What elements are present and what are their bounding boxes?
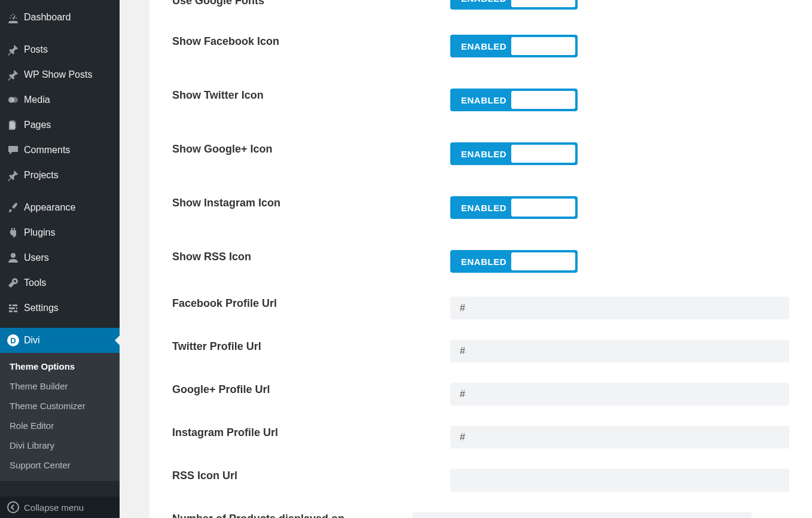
toggle-state-label: ENABLED — [450, 41, 506, 51]
sidebar-item-label: Users — [24, 252, 120, 263]
toggle-show-facebook-icon[interactable]: ENABLED — [450, 35, 578, 57]
toggle-use-google-fonts[interactable]: ENABLED — [450, 0, 578, 10]
sidebar-item-projects[interactable]: Projects — [0, 163, 120, 188]
option-label: Show Instagram Icon — [149, 196, 450, 210]
toggle-state-label: ENABLED — [450, 149, 506, 159]
sidebar-item-media[interactable]: Media — [0, 87, 120, 112]
sidebar-item-wpshowposts[interactable]: WP Show Posts — [0, 62, 120, 87]
submenu-item-theme-options[interactable]: Theme Options — [0, 356, 120, 376]
submenu-item-theme-builder[interactable]: Theme Builder — [0, 376, 120, 396]
option-row-show-facebook-icon: Show Facebook Icon ENABLED — [149, 35, 812, 57]
collapse-icon — [7, 501, 24, 513]
sidebar-item-pages[interactable]: Pages — [0, 112, 120, 138]
theme-options-panel: Use Google Fonts ENABLED Show Facebook I… — [149, 0, 812, 518]
brush-icon — [7, 202, 24, 214]
input-instagram-url[interactable] — [450, 426, 789, 449]
option-row-googleplus-url: Google+ Profile Url — [149, 383, 812, 406]
sidebar-item-posts[interactable]: Posts — [0, 37, 120, 62]
submenu-item-theme-customizer[interactable]: Theme Customizer — [0, 396, 120, 416]
toggle-show-instagram-icon[interactable]: ENABLED — [450, 196, 578, 219]
sidebar-item-label: Media — [24, 95, 120, 105]
option-row-instagram-url: Instagram Profile Url — [149, 426, 812, 449]
option-label: Facebook Profile Url — [149, 297, 450, 310]
option-label: Show Twitter Icon — [149, 89, 450, 102]
input-rss-url[interactable] — [450, 469, 789, 492]
sidebar-submenu-divi: Theme Options Theme Builder Theme Custom… — [0, 353, 120, 481]
option-row-show-twitter-icon: Show Twitter Icon ENABLED — [149, 89, 812, 111]
sidebar-item-divi[interactable]: D Divi — [0, 328, 120, 353]
submenu-item-role-editor[interactable]: Role Editor — [0, 416, 120, 435]
submenu-item-support-center[interactable]: Support Center — [0, 455, 120, 475]
sidebar-item-appearance[interactable]: Appearance — [0, 195, 120, 220]
toggle-state-label: ENABLED — [450, 95, 506, 105]
sidebar-item-label: Dashboard — [24, 12, 120, 23]
toggle-knob — [511, 199, 575, 217]
option-row-rss-url: RSS Icon Url — [149, 469, 812, 492]
input-twitter-url[interactable] — [450, 340, 789, 362]
option-row-show-instagram-icon: Show Instagram Icon ENABLED — [149, 196, 812, 219]
pin-icon — [7, 44, 24, 56]
dashboard-icon — [7, 11, 24, 23]
sliders-icon — [7, 302, 24, 314]
toggle-state-label: ENABLED — [450, 257, 506, 267]
collapse-menu-button[interactable]: Collapse menu — [0, 496, 120, 518]
sidebar-item-dashboard[interactable]: Dashboard — [0, 5, 120, 30]
option-label: Use Google Fonts — [149, 0, 450, 8]
option-row-use-google-fonts: Use Google Fonts ENABLED — [149, 0, 812, 11]
toggle-show-rss-icon[interactable]: ENABLED — [450, 250, 578, 273]
option-label: Show RSS Icon — [149, 250, 450, 264]
sidebar-item-comments[interactable]: Comments — [0, 138, 120, 163]
toggle-knob — [511, 0, 575, 7]
option-label: Show Facebook Icon — [149, 35, 450, 48]
sidebar-item-label: Projects — [24, 170, 120, 181]
option-label: Show Google+ Icon — [149, 142, 450, 156]
svg-point-1 — [12, 97, 18, 103]
input-facebook-url[interactable] — [450, 297, 789, 319]
toggle-state-label: ENABLED — [450, 203, 506, 213]
sidebar-item-tools[interactable]: Tools — [0, 270, 120, 295]
option-row-show-rss-icon: Show RSS Icon ENABLED — [149, 250, 812, 273]
sidebar-item-label: Settings — [24, 303, 120, 313]
toggle-state-label: ENABLED — [450, 0, 506, 4]
toggle-show-googleplus-icon[interactable]: ENABLED — [450, 142, 578, 165]
toggle-knob — [511, 91, 575, 109]
sidebar-menu-top: Dashboard — [0, 0, 120, 30]
plug-icon — [7, 227, 24, 239]
sidebar-item-plugins[interactable]: Plugins — [0, 220, 120, 245]
option-row-show-googleplus-icon: Show Google+ Icon ENABLED — [149, 142, 812, 165]
toggle-knob — [511, 252, 575, 270]
sidebar-item-settings[interactable]: Settings — [0, 295, 120, 321]
sidebar-item-users[interactable]: Users — [0, 245, 120, 270]
toggle-knob — [511, 145, 575, 163]
comment-icon — [7, 144, 24, 156]
option-label: RSS Icon Url — [149, 469, 450, 483]
sidebar-item-label: Plugins — [24, 227, 120, 238]
svg-point-2 — [11, 253, 16, 258]
input-woo-products[interactable] — [413, 512, 752, 518]
submenu-item-divi-library[interactable]: Divi Library — [0, 435, 120, 455]
option-row-facebook-url: Facebook Profile Url — [149, 297, 812, 319]
wrench-icon — [7, 277, 24, 289]
pages-icon — [7, 119, 24, 131]
option-label: Instagram Profile Url — [149, 426, 450, 440]
user-icon — [7, 252, 24, 264]
admin-sidebar: Dashboard Posts WP Show Posts Media Page… — [0, 0, 120, 518]
pin-icon — [7, 169, 24, 181]
option-label: Google+ Profile Url — [149, 383, 450, 397]
sidebar-item-label: Divi — [24, 335, 120, 346]
option-label: Number of Products displayed on WooComme… — [149, 512, 413, 518]
collapse-menu-label: Collapse menu — [24, 502, 84, 513]
sidebar-item-label: WP Show Posts — [24, 69, 120, 80]
toggle-show-twitter-icon[interactable]: ENABLED — [450, 89, 578, 111]
input-googleplus-url[interactable] — [450, 383, 789, 406]
content-area: Use Google Fonts ENABLED Show Facebook I… — [120, 0, 812, 518]
pin-icon — [7, 69, 24, 81]
sidebar-item-label: Comments — [24, 145, 120, 156]
option-row-woo-products: Number of Products displayed on WooComme… — [149, 512, 812, 518]
sidebar-item-label: Posts — [24, 44, 120, 55]
divi-icon: D — [7, 334, 24, 346]
option-row-twitter-url: Twitter Profile Url — [149, 340, 812, 362]
svg-point-3 — [8, 502, 19, 513]
sidebar-item-label: Pages — [24, 120, 120, 130]
media-icon — [7, 94, 24, 106]
